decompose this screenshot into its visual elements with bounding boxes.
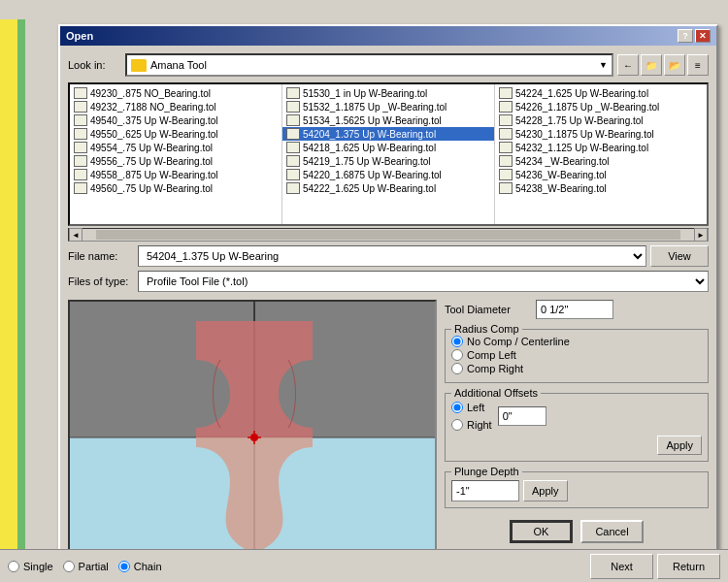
radio-offset-right-input[interactable]: [451, 419, 463, 431]
radio-chain-label: Chain: [134, 561, 162, 572]
file-icon: [74, 182, 87, 194]
hscroll-left-btn[interactable]: ◄: [69, 228, 83, 242]
radio-offset-left: Left: [451, 402, 492, 413]
list-item[interactable]: 54218_1.625 Up W-Bearing.tol: [282, 141, 494, 154]
look-in-dropdown-arrow: ▼: [599, 60, 608, 70]
plunge-depth-input[interactable]: [451, 480, 519, 501]
list-item[interactable]: 54228_1.75 Up W-Bearing.tol: [495, 113, 707, 127]
radio-offset-left-label: Left: [467, 402, 484, 413]
look-in-label: Look in:: [68, 59, 121, 71]
list-item[interactable]: 49560_.75 Up W-Bearing.tol: [70, 181, 281, 195]
radio-no-comp: No Comp / Centerline: [451, 336, 702, 347]
next-button[interactable]: Next: [590, 554, 653, 579]
bottom-buttons: Next Return: [590, 554, 720, 579]
list-item[interactable]: 49232_.7188 NO_Bearing.tol: [70, 100, 281, 113]
file-icon: [499, 182, 513, 194]
radio-single: Single: [8, 561, 53, 572]
tool-diameter-input[interactable]: [536, 300, 613, 319]
ok-button[interactable]: OK: [510, 520, 573, 543]
filetype-select[interactable]: Profile Tool File (*.tol): [138, 271, 709, 292]
list-item[interactable]: 51530_1 in Up W-Bearing.tol: [282, 86, 494, 100]
list-item[interactable]: 54236_W-Bearing.tol: [495, 168, 707, 181]
nav-back-button[interactable]: ←: [617, 54, 639, 76]
file-icon: [499, 128, 513, 140]
list-item[interactable]: 54226_1.1875 Up _W-Bearing.tol: [495, 100, 707, 113]
file-icon: [286, 142, 300, 153]
file-icon: [499, 155, 513, 167]
look-in-row: Look in: Amana Tool ▼ ← 📁 📂 ≡: [68, 53, 709, 77]
look-in-value: Amana Tool: [150, 59, 207, 71]
chain-options: Single Partial Chain: [8, 559, 162, 574]
list-item[interactable]: 54222_1.625 Up W-Bearing.tol: [282, 181, 494, 195]
radio-comp-left-input[interactable]: [451, 349, 463, 361]
file-icon: [286, 182, 300, 194]
file-icon: [286, 114, 300, 126]
settings-panel: Tool Diameter Radius Comp No Comp / Cent…: [445, 300, 709, 566]
list-item[interactable]: 49550_.625 Up W-Bearing.tol: [70, 127, 281, 141]
file-icon: [286, 128, 300, 140]
offset-apply-button[interactable]: Apply: [657, 436, 702, 455]
ok-cancel-row: OK Cancel: [445, 520, 709, 543]
radio-offset-right: Right: [451, 419, 492, 431]
radio-comp-left-label: Comp Left: [467, 349, 516, 361]
radio-no-comp-label: No Comp / Centerline: [467, 336, 570, 347]
list-item[interactable]: 54234 _W-Bearing.tol: [495, 154, 707, 168]
additional-offsets-title: Additional Offsets: [451, 387, 541, 399]
list-item[interactable]: 54230_1.1875 Up W-Bearing.tol: [495, 127, 707, 141]
look-in-select[interactable]: Amana Tool ▼: [125, 53, 613, 77]
list-item[interactable]: 51532_1.1875 Up _W-Bearing.tol: [282, 100, 494, 113]
radio-partial-input[interactable]: [63, 561, 75, 572]
radio-single-input[interactable]: [8, 561, 19, 572]
radius-comp-title: Radius Comp: [451, 323, 522, 335]
file-icon: [499, 101, 513, 113]
file-icon: [499, 114, 513, 126]
open-dialog: Open ? ✕ Look in: Amana Tool ▼ ← 📁 📂: [58, 24, 718, 576]
dialog-close-button[interactable]: ✕: [695, 29, 711, 43]
dialog-title-label: Open: [66, 30, 93, 42]
left-bar-yellow: [0, 19, 17, 582]
list-item[interactable]: 54204_1.375 Up W-Bearing.tol: [282, 127, 494, 141]
filetype-label: Files of type:: [68, 275, 134, 287]
return-button[interactable]: Return: [657, 554, 720, 579]
hscroll-right-btn[interactable]: ►: [694, 228, 708, 242]
list-item[interactable]: 54220_1.6875 Up W-Bearing.tol: [282, 168, 494, 181]
radio-chain-input[interactable]: [118, 561, 130, 572]
list-item[interactable]: 49556_.75 Up W-Bearing.tol: [70, 154, 281, 168]
nav-up-button[interactable]: 📁: [641, 54, 662, 76]
file-icon: [286, 101, 300, 113]
list-item[interactable]: 54232_1.125 Up W-Bearing.tol: [495, 141, 707, 154]
offset-value-input[interactable]: [498, 406, 546, 426]
file-icon: [499, 142, 513, 153]
radio-offset-left-input[interactable]: [451, 402, 463, 413]
list-item[interactable]: 51534_1.5625 Up W-Bearing.tol: [282, 113, 494, 127]
radio-comp-right-label: Comp Right: [467, 363, 523, 374]
radio-single-label: Single: [23, 561, 53, 572]
list-item[interactable]: 54224_1.625 Up W-Bearing.tol: [495, 86, 707, 100]
list-item[interactable]: 54219_1.75 Up W-Bearing.tol: [282, 154, 494, 168]
list-item[interactable]: 54238_W-Bearing.tol: [495, 181, 707, 195]
list-item[interactable]: 49230_.875 NO_Bearing.tol: [70, 86, 281, 100]
dialog-help-button[interactable]: ?: [678, 29, 693, 43]
file-list-hscroll[interactable]: ◄ ►: [68, 228, 709, 242]
view-button[interactable]: View: [650, 245, 709, 267]
nav-views-button[interactable]: ≡: [687, 54, 709, 76]
radio-chain: Chain: [118, 561, 162, 572]
hscroll-track: [96, 230, 680, 240]
plunge-apply-button[interactable]: Apply: [523, 480, 568, 501]
file-col-2: 51530_1 in Up W-Bearing.tol51532_1.1875 …: [282, 84, 494, 224]
radio-partial: Partial: [63, 561, 109, 572]
radio-comp-right-input[interactable]: [451, 363, 463, 374]
preview-canvas: [68, 300, 437, 566]
file-icon: [74, 142, 87, 153]
file-icon: [286, 155, 300, 167]
radio-partial-label: Partial: [79, 561, 109, 572]
tool-diameter-label: Tool Diameter: [445, 304, 532, 315]
cancel-button[interactable]: Cancel: [580, 520, 644, 543]
list-item[interactable]: 49554_.75 Up W-Bearing.tol: [70, 141, 281, 154]
list-item[interactable]: 49540_.375 Up W-Bearing.tol: [70, 113, 281, 127]
radius-comp-group: Radius Comp No Comp / Centerline Comp Le…: [445, 329, 709, 383]
nav-new-folder-button[interactable]: 📂: [664, 54, 685, 76]
list-item[interactable]: 49558_.875 Up W-Bearing.tol: [70, 168, 281, 181]
radio-no-comp-input[interactable]: [451, 336, 463, 347]
filename-input[interactable]: 54204_1.375 Up W-Bearing: [138, 245, 646, 267]
